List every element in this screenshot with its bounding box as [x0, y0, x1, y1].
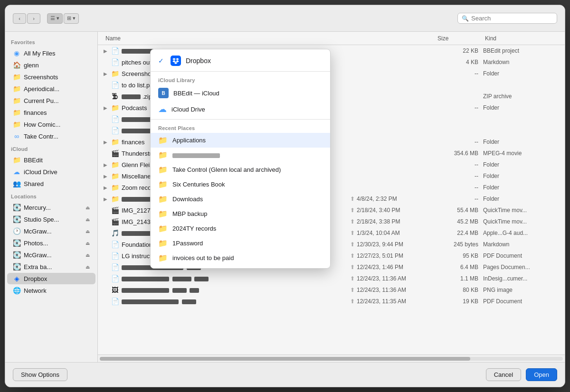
file-name-text: finances: [122, 139, 144, 146]
sidebar-item-how-comic[interactable]: 📁 How Comic...: [7, 119, 95, 130]
sidebar-item-icloud-drive[interactable]: ☁ iCloud Drive: [7, 166, 95, 177]
file-size: --: [436, 184, 483, 191]
size-column-header[interactable]: Size: [436, 33, 483, 44]
sidebar-item-mcgraw1[interactable]: 🕐 McGraw... ⏏: [7, 225, 95, 237]
shared-icon: 👥: [13, 180, 20, 187]
sidebar-item-label: Mercury...: [24, 204, 51, 211]
redacted-text: [122, 299, 179, 304]
expand-arrow: ▶: [104, 140, 108, 145]
sidebar-item-network[interactable]: 🌐 Network: [7, 285, 95, 296]
list-view-button[interactable]: ☰ ▾: [47, 13, 63, 24]
sidebar-item-label: Extra ba...: [24, 263, 52, 271]
forward-button[interactable]: ›: [27, 13, 40, 24]
all-my-files-icon: ◉: [13, 49, 20, 57]
sidebar-item-mcgraw2[interactable]: 💽 McGraw... ⏏: [7, 249, 95, 261]
table-row[interactable]: 🖼 ⬆ 12/24/23, 11:36 AM 80 KB PNG image: [98, 284, 565, 296]
dropdown-bbedit-icloud[interactable]: B BBEdit — iCloud: [151, 85, 330, 101]
dropbox-label: Dropbox: [186, 57, 211, 65]
file-kind: Markdown: [483, 241, 559, 248]
table-row[interactable]: 📄 ⬆ 12/24/23, 11:35 AM 19 KB PDF Documen…: [98, 296, 565, 307]
sidebar-resize-handle[interactable]: [95, 32, 97, 362]
sidebar-item-extra-ba[interactable]: 💽 Extra ba... ⏏: [7, 261, 95, 272]
sidebar-item-label: McGraw...: [24, 228, 52, 235]
dropdown-item-label: 2024TY records: [172, 225, 216, 232]
scrollbar-thumb[interactable]: [100, 357, 470, 361]
file-date: ⬆ 2/18/24, 3:38 PM: [350, 218, 436, 225]
dropdown-2024ty-records[interactable]: 📁 2024TY records: [151, 221, 330, 236]
file-size: --: [436, 196, 483, 202]
sync-icon: ⬆: [350, 241, 355, 248]
grid-view-icon: ⊞: [67, 15, 71, 21]
dropdown-dropbox-item[interactable]: ✓ Dropbox: [151, 52, 330, 69]
dropdown-item-label: MBP backup: [172, 210, 207, 217]
network-icon: 🌐: [13, 287, 20, 294]
table-row[interactable]: 📄 ⬆ 12/24/23, 11:36 AM 1.1 MB InDesig...…: [98, 273, 565, 284]
bbedit-icon: B: [158, 88, 169, 98]
sidebar-item-all-my-files[interactable]: ◉ All My Files: [7, 47, 95, 59]
sync-icon: ⬆: [350, 252, 355, 259]
file-kind: Folder: [483, 196, 559, 202]
back-button[interactable]: ‹: [13, 13, 26, 24]
dropdown-six-centuries[interactable]: 📁 Six Centuries Book: [151, 177, 330, 192]
dropdown-1password[interactable]: 📁 1Password: [151, 236, 330, 251]
dropdown-icloud-drive[interactable]: ☁ iCloud Drive: [151, 101, 330, 117]
search-icon: 🔍: [462, 15, 469, 22]
dropdown-mbp-backup[interactable]: 📁 MBP backup: [151, 206, 330, 221]
sidebar-item-photos[interactable]: 💽 Photos... ⏏: [7, 237, 95, 249]
cancel-button[interactable]: Cancel: [486, 368, 521, 381]
grid-view-button[interactable]: ⊞ ▾: [64, 13, 79, 24]
file-kind: InDesig...cumer...: [483, 275, 559, 282]
sidebar-item-dropbox[interactable]: ◈ Dropbox: [7, 273, 95, 284]
sidebar-item-take-contr[interactable]: ∞ Take Contr...: [7, 131, 95, 142]
dropdown-applications[interactable]: 📁 Applications: [151, 133, 330, 148]
file-name-cell: 📄: [104, 297, 350, 306]
footer-right: Cancel Open: [486, 368, 557, 381]
dropdown-item-label: Take Control (Glenn local and archived): [172, 166, 281, 173]
open-button[interactable]: Open: [526, 368, 557, 381]
disk-icon: 💽: [13, 251, 20, 259]
nav-buttons: ‹ ›: [13, 13, 40, 24]
sidebar-item-label: McGraw...: [24, 252, 52, 259]
sidebar-item-shared[interactable]: 👥 Shared: [7, 178, 95, 189]
dropdown-item-label: 1Password: [172, 240, 203, 247]
sidebar-item-current-pu[interactable]: 📁 Current Pu...: [7, 95, 95, 106]
dropdown-take-control[interactable]: 📁 Take Control (Glenn local and archived…: [151, 162, 330, 177]
folder-icon: 📁: [158, 253, 168, 262]
folder-icon: 📁: [111, 183, 119, 192]
horizontal-scrollbar[interactable]: [98, 355, 565, 362]
file-kind: Folder: [483, 161, 559, 168]
image-icon: 🖼: [111, 286, 119, 294]
zip-icon: 🗜: [111, 92, 119, 101]
sidebar-item-aperiodical[interactable]: 📁 Aperiodical...: [7, 83, 95, 94]
show-options-button[interactable]: Show Options: [13, 368, 67, 381]
file-size: 22 KB: [436, 47, 483, 54]
search-input[interactable]: [471, 15, 553, 22]
sidebar-item-bbedit[interactable]: 📁 BBEdit: [7, 154, 95, 166]
file-size: 95 KB: [436, 252, 483, 259]
view-buttons: ☰ ▾ ⊞ ▾: [47, 13, 79, 24]
sidebar-item-screenshots[interactable]: 📁 Screenshots: [7, 71, 95, 83]
expand-arrow: ▶: [104, 71, 108, 76]
file-date: ⬆ 2/18/24, 3:40 PM: [350, 207, 436, 214]
file-kind: Markdown: [483, 59, 559, 65]
sidebar-item-label: Current Pu...: [24, 97, 59, 104]
dropdown-item-label: iCloud Drive: [171, 106, 205, 113]
folder-icon: 📁: [158, 239, 168, 248]
dropdown-divider: [151, 71, 330, 72]
sidebar-item-label: BBEdit: [24, 157, 43, 164]
sidebar-item-glenn[interactable]: 🏠 glenn: [7, 59, 95, 71]
file-kind: Folder: [483, 70, 559, 77]
sidebar-item-studio-spe[interactable]: 💽 Studio Spe... ⏏: [7, 214, 95, 225]
dropdown-downloads[interactable]: 📁 Downloads: [151, 192, 330, 206]
dropdown-redacted-folder[interactable]: 📁: [151, 148, 330, 162]
name-column-header[interactable]: Name: [104, 33, 350, 44]
file-size: 45.2 MB: [436, 218, 483, 225]
sidebar-item-mercury[interactable]: 💽 Mercury... ⏏: [7, 202, 95, 213]
sync-icon: ⬆: [350, 207, 355, 214]
sidebar-item-label: Photos...: [24, 240, 48, 247]
sidebar-item-finances[interactable]: 📁 finances: [7, 107, 95, 118]
kind-column-header[interactable]: Kind: [483, 33, 559, 44]
pdf-icon: 📄: [111, 252, 119, 260]
dropdown-invoices[interactable]: 📁 invoices out to be paid: [151, 251, 330, 265]
date-column-header[interactable]: [350, 37, 436, 40]
